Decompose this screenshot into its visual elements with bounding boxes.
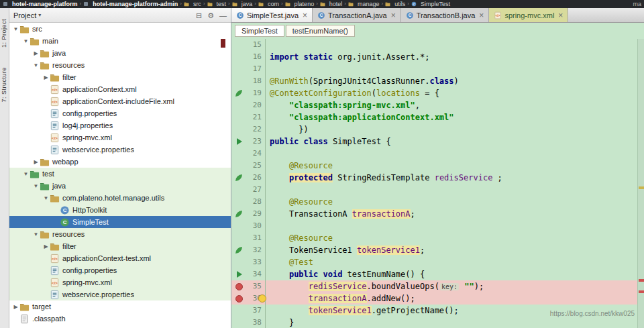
tree-item-applicationContext.xml[interactable]: </>applicationContext.xml xyxy=(9,83,231,95)
code-line-32[interactable]: 32 TokenService1 tokenService1; xyxy=(231,244,637,256)
close-icon[interactable]: × xyxy=(558,11,563,19)
code-line-34[interactable]: 34 public void testEnumName() { xyxy=(231,268,637,280)
tree-item-java[interactable]: ▼java xyxy=(9,180,231,192)
breakpoint-icon[interactable] xyxy=(231,280,250,292)
spring-leaf-icon[interactable] xyxy=(231,87,250,99)
hide-panel-icon[interactable]: ― xyxy=(219,9,227,22)
chevron-right-icon[interactable]: ▶ xyxy=(32,159,40,165)
code-line-24[interactable]: 24 xyxy=(231,148,637,160)
editor[interactable]: 1516import static org.junit.Assert.*;171… xyxy=(231,39,644,328)
code-line-30[interactable]: 30 xyxy=(231,220,637,232)
breadcrumb-item-com[interactable]: com xyxy=(258,0,279,8)
tree-item-src[interactable]: ▼src xyxy=(9,23,231,35)
tree-item-applicationContext-includeFile.xml[interactable]: </>applicationContext-includeFile.xml xyxy=(9,95,231,107)
tool-button-project[interactable]: 1: Project xyxy=(1,19,7,48)
run-icon[interactable] xyxy=(231,135,250,148)
editor-tab-spring-mvc.xml[interactable]: </>spring-mvc.xml× xyxy=(489,8,568,22)
close-icon[interactable]: × xyxy=(391,11,396,19)
tree-item-filter[interactable]: ▶filter xyxy=(9,71,231,83)
tree-item-com.plateno.hotel.manage.utils[interactable]: ▼com.plateno.hotel.manage.utils xyxy=(9,192,231,204)
chevron-down-icon[interactable]: ▼ xyxy=(22,171,30,177)
error-stripe[interactable] xyxy=(637,39,644,328)
tree-item-webservice.properties[interactable]: webservice.properties xyxy=(9,144,231,156)
code-line-25[interactable]: 25 @Resource xyxy=(231,160,637,172)
tree-item-java[interactable]: ▶java xyxy=(9,47,231,59)
code-line-26[interactable]: 26 protected StringRedisTemplate redisSe… xyxy=(231,172,637,184)
run-icon[interactable] xyxy=(231,268,250,280)
tree-item-spring-mvc.xml[interactable]: </>spring-mvc.xml xyxy=(9,131,231,144)
chevron-down-icon[interactable]: ▼ xyxy=(32,231,40,237)
breadcrumb-item-hotel-manage-platform-admin[interactable]: hotel-manage-platform-admin xyxy=(83,0,178,8)
tree-item-target[interactable]: ▶target xyxy=(9,300,231,313)
tree-item-log4j.properties[interactable]: log4j.properties xyxy=(9,119,231,131)
spring-leaf-icon[interactable] xyxy=(231,208,250,220)
code-line-23[interactable]: 23public class SimpleTest { xyxy=(231,135,637,148)
tree-item-applicationContext-test.xml[interactable]: </>applicationContext-test.xml xyxy=(9,252,231,264)
collapse-all-icon[interactable]: ⊟ xyxy=(196,9,202,22)
breadcrumb-item-test[interactable]: test xyxy=(207,0,227,8)
project-view-selector[interactable]: Project ▾ xyxy=(13,11,41,19)
close-icon[interactable]: × xyxy=(303,11,307,19)
breakpoint-icon[interactable] xyxy=(231,292,250,305)
breadcrumb-item-hotel[interactable]: hotel xyxy=(320,0,343,8)
editor-tab-TransactionA.java[interactable]: CTransactionA.java× xyxy=(313,8,401,22)
breadcrumb-item-src[interactable]: src xyxy=(184,0,201,8)
close-icon[interactable]: × xyxy=(479,11,484,19)
breadcrumb-item-SimpleTest[interactable]: CSimpleTest xyxy=(411,0,450,8)
breadcrumb-item-hotel-manage-platform[interactable]: hotel-manage-platform xyxy=(3,0,78,8)
code-line-29[interactable]: 29 TransactionA transactionA; xyxy=(231,208,637,220)
editor-tab-TransactionB.java[interactable]: CTransactionB.java× xyxy=(401,8,490,22)
intention-bulb-icon[interactable] xyxy=(258,294,266,303)
editor-tab-SimpleTest.java[interactable]: CSimpleTest.java× xyxy=(231,8,313,22)
code-line-19[interactable]: 19@ContextConfiguration(locations = { xyxy=(231,87,637,99)
tree-item-.classpath[interactable]: .classpath xyxy=(9,313,231,325)
tree-item-webapp[interactable]: ▶webapp xyxy=(9,156,231,168)
chevron-down-icon[interactable]: ▼ xyxy=(42,195,50,201)
code-line-21[interactable]: 21 "classpath:applicationContext.xml" xyxy=(231,111,637,123)
tool-button-structure[interactable]: 7: Structure xyxy=(1,67,7,103)
chevron-right-icon[interactable]: ▶ xyxy=(42,74,50,80)
code-line-33[interactable]: 33 @Test xyxy=(231,256,637,268)
chevron-down-icon[interactable]: ▼ xyxy=(12,26,19,32)
tree-item-config.properties[interactable]: config.properties xyxy=(9,264,231,276)
breadcrumb-item-manage[interactable]: manage xyxy=(348,0,380,8)
code-line-15[interactable]: 15 xyxy=(231,39,637,51)
chevron-down-icon[interactable]: ▼ xyxy=(32,62,40,68)
tree-item-resources[interactable]: ▼resources xyxy=(9,228,231,240)
code-line-20[interactable]: 20 "classpath:spring-mvc.xml", xyxy=(231,99,637,111)
maven-tool-label[interactable]: ma xyxy=(633,1,641,7)
breadcrumb-item-utils[interactable]: utils xyxy=(385,0,405,8)
tree-item-config.properties[interactable]: config.properties xyxy=(9,107,231,119)
breadcrumb-chip-testEnumName()[interactable]: testEnumName() xyxy=(286,25,355,37)
tree-item-HttpToolkit[interactable]: CHttpToolkit xyxy=(9,204,231,216)
breadcrumb-item-plateno[interactable]: plateno xyxy=(285,0,315,8)
code-line-22[interactable]: 22 }) xyxy=(231,123,637,135)
breadcrumb-chip-SimpleTest[interactable]: SimpleTest xyxy=(235,25,284,37)
code-line-31[interactable]: 31 @Resource xyxy=(231,232,637,244)
chevron-down-icon[interactable]: ▼ xyxy=(22,38,30,44)
tree-item-main[interactable]: ▼main xyxy=(9,35,231,47)
chevron-right-icon[interactable]: ▶ xyxy=(42,243,50,250)
code-line-38[interactable]: 38 } xyxy=(231,317,637,328)
tree-item-SimpleTest[interactable]: CSimpleTest xyxy=(9,216,231,228)
code-line-27[interactable]: 27 xyxy=(231,184,637,196)
tree-item-label: java xyxy=(52,182,66,190)
spring-leaf-icon[interactable] xyxy=(231,172,250,184)
spring-leaf-icon[interactable] xyxy=(231,244,250,256)
chevron-right-icon[interactable]: ▶ xyxy=(12,304,19,310)
code-line-35[interactable]: 35 redisService.boundValueOps(key: ""); xyxy=(231,280,637,292)
code-line-36[interactable]: 36 transactionA.addNew(); xyxy=(231,292,637,305)
tree-item-resources[interactable]: ▼resources xyxy=(9,59,231,71)
code-line-28[interactable]: 28 @Resource xyxy=(231,196,637,208)
code-line-16[interactable]: 16import static org.junit.Assert.*; xyxy=(231,51,637,63)
tree-item-webservice.properties[interactable]: webservice.properties xyxy=(9,288,231,300)
chevron-down-icon[interactable]: ▼ xyxy=(32,183,40,189)
tree-item-test[interactable]: ▼test xyxy=(9,168,231,180)
gear-icon[interactable]: ⚙ xyxy=(207,9,214,22)
code-line-17[interactable]: 17 xyxy=(231,63,637,75)
tree-item-spring-mvc.xml[interactable]: </>spring-mvc.xml xyxy=(9,276,231,288)
tree-item-filter[interactable]: ▶filter xyxy=(9,240,231,252)
code-line-18[interactable]: 18@RunWith(SpringJUnit4ClassRunner.class… xyxy=(231,75,637,87)
chevron-right-icon[interactable]: ▶ xyxy=(32,50,40,56)
breadcrumb-item-java[interactable]: java xyxy=(232,0,253,8)
